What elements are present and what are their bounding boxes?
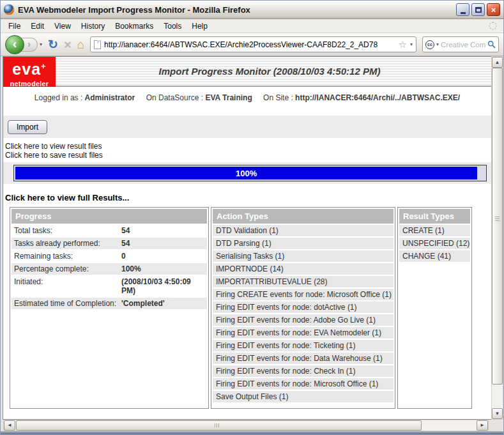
datasource-label: On DataSource :: [146, 93, 203, 102]
page-header-band: eva+ netmodeler Import Progress Monitor …: [3, 57, 491, 87]
scroll-up-button[interactable]: ▲: [492, 57, 503, 68]
logged-in-label: Logged in as :: [34, 93, 82, 102]
table-row: Serialising Tasks (1): [213, 250, 393, 262]
table-row: Remaining tasks: 0: [11, 250, 207, 262]
save-result-files-link[interactable]: Click here to save result files: [5, 151, 491, 160]
table-row: IMPORTNODE (14): [213, 263, 393, 275]
table-row: CHANGE (41): [399, 250, 470, 262]
menu-item[interactable]: Help: [187, 20, 213, 33]
horizontal-scroll-track[interactable]: [15, 420, 477, 431]
progress-percent-label: 100%: [236, 169, 257, 178]
progress-row-label: Total tasks:: [14, 226, 121, 235]
menu-item[interactable]: Tools: [158, 20, 187, 33]
window-controls: ×: [456, 3, 500, 16]
table-row: Firing EDIT events for node: EVA Netmode…: [213, 327, 393, 339]
creative-commons-engine-icon[interactable]: cc: [425, 40, 434, 49]
url-dropdown-icon[interactable]: ▾: [410, 42, 413, 47]
table-row: UNSPECIFIED (12): [399, 238, 470, 249]
home-button[interactable]: ⌂: [77, 38, 84, 50]
table-row: CREATE (1): [399, 225, 470, 236]
logged-in-value: Administrator: [85, 93, 135, 102]
browser-window: EVA Webmodeler Import Progress Monitor -…: [0, 0, 504, 435]
progress-row-value: (2008/10/03 4:50:09 PM): [121, 277, 204, 295]
minimize-button[interactable]: [456, 3, 470, 16]
menu-item[interactable]: File: [3, 20, 26, 33]
close-button[interactable]: ×: [487, 3, 500, 16]
menu-items: FileEditViewHistoryBookmarksToolsHelp: [3, 20, 489, 33]
throbber-icon: [489, 22, 497, 30]
progress-row-value: 'Completed': [121, 299, 165, 308]
vertical-scroll-track[interactable]: [492, 68, 503, 408]
vertical-scroll-thumb[interactable]: [492, 68, 503, 385]
search-engine-dropdown-icon[interactable]: ▾: [436, 42, 439, 47]
import-panel: Import: [3, 116, 491, 138]
import-button[interactable]: Import: [8, 120, 47, 134]
vertical-scrollbar[interactable]: ▲ ▼: [491, 56, 503, 420]
search-input[interactable]: [441, 41, 485, 49]
eva-netmodeler-logo[interactable]: eva+ netmodeler: [3, 57, 56, 87]
progress-column-header: Progress: [11, 209, 207, 224]
menu-item[interactable]: History: [76, 20, 110, 33]
progress-row-label: Remaining tasks:: [14, 252, 121, 261]
table-row: Save Output Files (1): [213, 391, 393, 402]
progress-row-value: 54: [121, 226, 130, 235]
session-info-line: Logged in as : Administrator On DataSour…: [3, 93, 491, 102]
action-types-column-header: Action Types: [213, 209, 393, 224]
progress-row-value: 54: [121, 239, 130, 248]
table-row: DTD Parsing (1): [213, 238, 393, 249]
result-file-links: Click here to view result files Click he…: [5, 142, 491, 160]
maximize-button[interactable]: [471, 3, 485, 16]
table-row: Firing EDIT events for node: Ticketing (…: [213, 340, 393, 351]
progress-bar-strip: 100%: [3, 162, 491, 184]
table-row: Firing EDIT events for node: dotActive (…: [213, 301, 393, 313]
logo-plus-mark: +: [41, 61, 47, 71]
site-group: On Site : http://IANACER:6464/Archi/../A…: [263, 93, 460, 102]
table-row: Firing EDIT events for node: Microsoft O…: [213, 378, 393, 390]
horizontal-scroll-thumb[interactable]: [16, 420, 422, 431]
page-favicon-icon: [94, 40, 101, 49]
stop-button[interactable]: ×: [64, 38, 72, 51]
menu-item[interactable]: Bookmarks: [110, 20, 158, 33]
progress-bar-fill: 100%: [15, 167, 477, 179]
url-input[interactable]: [104, 40, 395, 49]
action-type-rows: DTD Validation (1)DTD Parsing (1)Seriali…: [213, 225, 393, 404]
result-types-column: Result Types CREATE (1)UNSPECIFIED (12)C…: [397, 207, 472, 409]
scroll-left-button[interactable]: ◄: [4, 420, 15, 431]
table-row: Total tasks: 54: [11, 225, 207, 236]
view-result-files-link[interactable]: Click here to view result files: [5, 142, 491, 151]
firefox-logo-icon: [4, 4, 14, 15]
logo-text: eva+: [12, 60, 46, 78]
history-dropdown-icon[interactable]: ▾: [40, 42, 42, 47]
scroll-down-button[interactable]: ▼: [492, 408, 503, 419]
menu-bar: FileEditViewHistoryBookmarksToolsHelp: [1, 19, 503, 33]
logo-eva-text: eva: [12, 60, 41, 78]
table-row: Estimated time of Completion: 'Completed…: [11, 298, 207, 309]
table-row: Firing CREATE events for node: Microsoft…: [213, 289, 393, 300]
menu-item[interactable]: View: [49, 20, 76, 33]
horizontal-scrollbar[interactable]: ◄ ►: [3, 420, 489, 431]
logo-netmodeler-text: netmodeler: [10, 80, 49, 88]
scroll-right-button[interactable]: ►: [477, 420, 488, 431]
table-row: Firing EDIT events for node: Check In (1…: [213, 365, 393, 377]
progress-row-label: Estimated time of Completion:: [14, 299, 121, 308]
minimize-icon: [461, 12, 466, 14]
site-value: http://IANACER:6464/Archi/../ABTWSAC.EXE…: [295, 93, 460, 102]
results-table: Progress Total tasks: 54 Tasks already p…: [10, 207, 487, 409]
window-bottom-border: [1, 431, 503, 434]
maximize-icon: [475, 7, 482, 13]
site-label: On Site :: [263, 93, 293, 102]
window-title: EVA Webmodeler Import Progress Monitor -…: [18, 5, 452, 15]
result-type-rows: CREATE (1)UNSPECIFIED (12)CHANGE (41): [399, 225, 470, 263]
bookmark-star-icon[interactable]: ☆: [399, 40, 407, 49]
table-row: Firing EDIT events for node: Adobe Go Li…: [213, 314, 393, 326]
table-row: Initiated: (2008/10/03 4:50:09 PM): [11, 276, 207, 296]
menu-item[interactable]: Edit: [26, 20, 49, 33]
action-types-column: Action Types DTD Validation (1)DTD Parsi…: [211, 207, 395, 409]
reload-button[interactable]: ↻: [48, 38, 58, 50]
progress-row-label: Initiated:: [14, 277, 121, 295]
page-title: Import Progress Monitor (2008/10/03 4:50…: [61, 66, 478, 77]
search-icon[interactable]: [487, 40, 496, 49]
table-row: Firing EDIT events for node: Data Wareho…: [213, 353, 393, 364]
view-full-results-link[interactable]: Click here to view full Results...: [5, 193, 491, 202]
back-button[interactable]: ‹: [5, 35, 24, 54]
